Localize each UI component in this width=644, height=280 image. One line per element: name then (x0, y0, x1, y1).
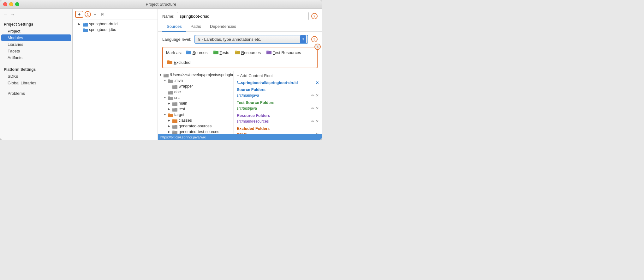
maximize-button[interactable] (15, 2, 19, 6)
mark-as-tests-button[interactable]: Tests (212, 49, 230, 56)
tree-expand-icon: ▶ (168, 130, 172, 133)
svg-rect-7 (213, 51, 216, 52)
excluded-label: Excluded (174, 60, 190, 65)
target-folder-icon (168, 113, 173, 117)
edit-resource-folder-icon[interactable]: ✏ (311, 119, 314, 124)
back-button[interactable]: ← (3, 11, 9, 18)
file-tree-src[interactable]: ▼ src (158, 95, 233, 100)
delete-excluded-folder-icon[interactable]: ✕ (316, 132, 319, 134)
titlebar: Project Structure (0, 0, 322, 9)
delete-resource-folder-icon[interactable]: ✕ (316, 119, 319, 124)
mark-as-test-resources-button[interactable]: Test Resources (265, 49, 302, 56)
sidebar-item-modules[interactable]: Modules (1, 34, 71, 41)
test-source-folder-row: src/test/java ✏ ✕ (237, 106, 319, 111)
file-tree-root[interactable]: ▼ /Users/zzs/develop/projects/springboot… (158, 72, 233, 78)
file-tree-doc[interactable]: doc (158, 89, 233, 95)
add-content-root-button[interactable]: + Add Content Root (237, 73, 319, 78)
main-label: main (179, 101, 187, 106)
tab-dependencies[interactable]: Dependencies (206, 22, 241, 32)
project-settings-header: Project Settings (0, 20, 72, 28)
svg-rect-15 (164, 74, 166, 75)
wrapper-label: wrapper (179, 84, 193, 88)
source-folder-actions: ✏ ✕ (311, 93, 319, 98)
resources-folder-icon (235, 50, 240, 55)
test-source-folder-path: src/test/java (237, 106, 257, 111)
file-tree-mvn[interactable]: ▼ .mvn (158, 78, 233, 83)
step-3-indicator: 3 (311, 36, 318, 42)
module-list: ▶ springboot-druid springboot-jdbc (73, 20, 158, 140)
copy-module-button[interactable]: ⎘ (99, 11, 106, 18)
svg-rect-13 (167, 60, 170, 61)
svg-rect-11 (266, 51, 269, 52)
file-tree-target[interactable]: ▼ target (158, 112, 233, 118)
test-folder-icon (172, 107, 177, 111)
file-tree-wrapper[interactable]: wrapper (158, 83, 233, 89)
doc-label: doc (174, 90, 181, 94)
svg-rect-19 (172, 85, 175, 86)
mark-as-excluded-button[interactable]: Excluded (166, 59, 192, 66)
name-input[interactable] (177, 12, 309, 20)
mark-as-label: Mark as: (166, 50, 182, 55)
forward-button[interactable]: → (9, 11, 16, 18)
language-level-select[interactable]: 8 - Lambdas, type annotations etc. (194, 35, 308, 44)
wrapper-folder-icon (172, 84, 177, 88)
module-item-springboot-jdbc[interactable]: springboot-jdbc (73, 27, 158, 33)
excluded-folders-section: Excluded Folders target ✕ (237, 126, 319, 134)
tab-paths[interactable]: Paths (186, 22, 206, 32)
sidebar: ← → Project Settings Project Modules Lib… (0, 9, 73, 140)
sidebar-item-project[interactable]: Project (0, 28, 72, 34)
svg-rect-23 (168, 96, 170, 97)
step-4-indicator: 4 (314, 44, 321, 50)
resource-folders-title: Resource Folders (237, 113, 319, 118)
file-tree-classes[interactable]: ▶ classes (158, 118, 233, 123)
test-label: test (179, 107, 185, 111)
minimize-button[interactable] (9, 2, 13, 6)
test-source-folders-title: Test Source Folders (237, 100, 319, 105)
sidebar-item-artifacts[interactable]: Artifacts (0, 54, 72, 61)
module-item-springboot-druid[interactable]: ▶ springboot-druid (73, 21, 158, 27)
main-folder-icon (172, 101, 177, 105)
tree-expand-icon: ▼ (159, 73, 164, 76)
file-tree-main[interactable]: ▶ main (158, 100, 233, 106)
close-button[interactable] (3, 2, 7, 6)
language-level-row: Language level: 8 - Lambdas, type annota… (158, 32, 322, 47)
remove-module-button[interactable]: − (92, 11, 98, 18)
sidebar-item-global-libraries[interactable]: Global Libraries (0, 80, 72, 86)
file-tree: ▼ /Users/zzs/develop/projects/springboot… (158, 71, 234, 134)
info-panel: + Add Content Root /...springboot-all/sp… (234, 71, 322, 134)
content-root-close-icon[interactable]: ✕ (316, 81, 319, 85)
classes-folder-icon (172, 119, 177, 122)
file-tree-generated-sources[interactable]: ▶ generated-sources (158, 123, 233, 129)
divider2 (0, 86, 72, 90)
generated-test-sources-folder-icon (172, 130, 177, 134)
delete-test-source-folder-icon[interactable]: ✕ (316, 106, 319, 111)
sidebar-item-libraries[interactable]: Libraries (0, 41, 72, 48)
sidebar-item-facets[interactable]: Facets (0, 48, 72, 54)
sidebar-item-problems[interactable]: Problems (0, 90, 72, 97)
sidebar-item-sdks[interactable]: SDKs (0, 73, 72, 80)
mark-as-sources-button[interactable]: Sources (185, 49, 209, 56)
divider (0, 61, 72, 65)
content-root-path-row: /...springboot-all/springboot-druid ✕ (237, 81, 319, 85)
add-module-button[interactable]: + (75, 11, 83, 18)
svg-rect-35 (172, 131, 175, 131)
classes-label: classes (179, 118, 192, 123)
src-label: src (174, 95, 180, 100)
delete-source-folder-icon[interactable]: ✕ (316, 93, 319, 98)
source-folders-section: Source Folders src/main/java ✏ ✕ (237, 88, 319, 98)
right-panel: Name: 2 Sources Paths Dependencies Langu… (158, 9, 322, 140)
file-tree-generated-test-sources[interactable]: ▶ generated-test-sources (158, 129, 233, 134)
edit-test-source-folder-icon[interactable]: ✏ (311, 106, 314, 111)
tree-arrow-icon: ▶ (78, 22, 83, 26)
mark-as-resources-button[interactable]: Resources (234, 49, 262, 56)
tabs-row: Sources Paths Dependencies (158, 22, 322, 32)
lower-area: ▼ /Users/zzs/develop/projects/springboot… (158, 71, 322, 134)
tree-expand-icon: ▶ (168, 107, 172, 111)
file-tree-test[interactable]: ▶ test (158, 106, 233, 112)
tab-sources[interactable]: Sources (162, 22, 186, 32)
svg-rect-9 (235, 51, 237, 52)
excluded-folders-title: Excluded Folders (237, 126, 319, 131)
edit-source-folder-icon[interactable]: ✏ (311, 93, 314, 98)
test-source-folders-section: Test Source Folders src/test/java ✏ ✕ (237, 100, 319, 111)
status-text: https://bit.cs4.springr.java/wiki (160, 135, 206, 139)
